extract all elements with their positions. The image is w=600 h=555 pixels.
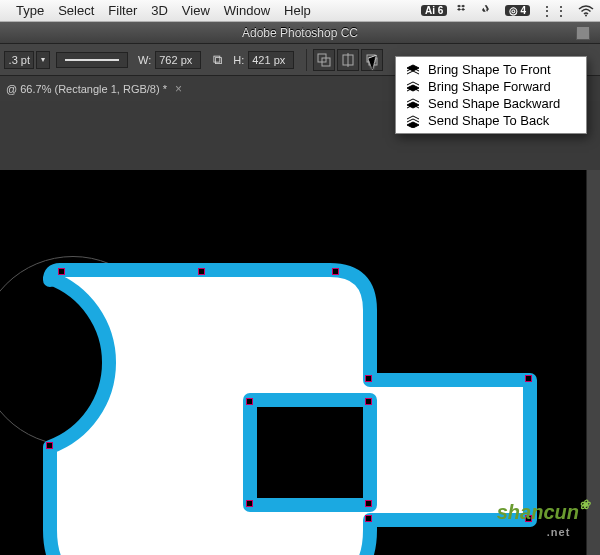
menu-3d[interactable]: 3D [151, 3, 168, 18]
document-canvas[interactable] [0, 170, 586, 555]
status-ai-badge[interactable]: Ai 6 [421, 5, 447, 16]
anchor-point[interactable] [46, 442, 53, 449]
anchor-point[interactable] [525, 375, 532, 382]
menu-send-backward[interactable]: Send Shape Backward [396, 95, 586, 112]
menu-item-label: Send Shape To Back [428, 113, 549, 128]
close-tab-icon[interactable]: × [175, 82, 182, 96]
svg-point-0 [585, 14, 587, 16]
send-to-back-icon [406, 114, 422, 128]
anchor-point[interactable] [332, 268, 339, 275]
anchor-point[interactable] [365, 398, 372, 405]
anchor-point[interactable] [198, 268, 205, 275]
width-field[interactable]: 762 px [155, 51, 201, 69]
menu-bring-forward[interactable]: Bring Shape Forward [396, 78, 586, 95]
menu-item-label: Bring Shape Forward [428, 79, 551, 94]
document-tab-label: @ 66.7% (Rectangle 1, RGB/8) * [6, 83, 167, 95]
height-field[interactable]: 421 px [248, 51, 294, 69]
watermark-text: shancun [497, 501, 579, 523]
anchor-point[interactable] [58, 268, 65, 275]
leaf-icon: ❀ [579, 497, 590, 512]
menu-type[interactable]: Type [16, 3, 44, 18]
mac-menubar: Type Select Filter 3D View Window Help A… [0, 0, 600, 22]
menu-select[interactable]: Select [58, 3, 94, 18]
anchor-point[interactable] [246, 500, 253, 507]
stroke-weight-dropdown[interactable]: ▾ [36, 51, 50, 69]
svg-rect-5 [369, 58, 377, 65]
canvas-area [0, 101, 600, 555]
menu-item-label: Send Shape Backward [428, 96, 560, 111]
path-arrangement-button[interactable] [361, 49, 383, 71]
watermark: shancun❀ .net [497, 501, 590, 547]
send-backward-icon [406, 97, 422, 111]
app-title: Adobe Photoshop CC [242, 26, 358, 40]
app-titlebar: Adobe Photoshop CC [0, 22, 600, 44]
bring-forward-icon [406, 80, 422, 94]
shape-arrange-menu: Bring Shape To Front Bring Shape Forward… [395, 56, 587, 134]
document-tab[interactable]: @ 66.7% (Rectangle 1, RGB/8) * × [6, 82, 182, 96]
menu-send-to-back[interactable]: Send Shape To Back [396, 112, 586, 129]
width-label: W: [138, 54, 151, 66]
path-operations-button[interactable] [313, 49, 335, 71]
wifi-icon[interactable] [578, 5, 594, 17]
anchor-point[interactable] [365, 515, 372, 522]
watermark-sub: .net [547, 526, 571, 538]
titlebar-panel-icon[interactable] [576, 26, 590, 40]
menu-bring-to-front[interactable]: Bring Shape To Front [396, 61, 586, 78]
menu-window[interactable]: Window [224, 3, 270, 18]
link-dimensions-icon[interactable]: ⧉ [207, 51, 227, 69]
svg-rect-6 [367, 55, 375, 62]
compound-shape[interactable] [30, 210, 570, 555]
menu-help[interactable]: Help [284, 3, 311, 18]
anchor-point[interactable] [365, 375, 372, 382]
stroke-weight-field[interactable]: .3 pt [4, 51, 34, 69]
googledrive-icon[interactable] [481, 4, 495, 18]
bring-to-front-icon [406, 63, 422, 77]
menu-view[interactable]: View [182, 3, 210, 18]
height-label: H: [233, 54, 244, 66]
dropbox-icon[interactable] [457, 4, 471, 18]
anchor-point[interactable] [246, 398, 253, 405]
anchor-point[interactable] [365, 500, 372, 507]
path-alignment-button[interactable] [337, 49, 359, 71]
menu-filter[interactable]: Filter [108, 3, 137, 18]
bluetooth-icon[interactable]: ⋮⋮ [540, 3, 568, 19]
options-divider [306, 49, 307, 71]
stroke-style-preview[interactable] [56, 52, 128, 68]
menu-item-label: Bring Shape To Front [428, 62, 551, 77]
status-cc-badge[interactable]: ◎ 4 [505, 5, 530, 16]
